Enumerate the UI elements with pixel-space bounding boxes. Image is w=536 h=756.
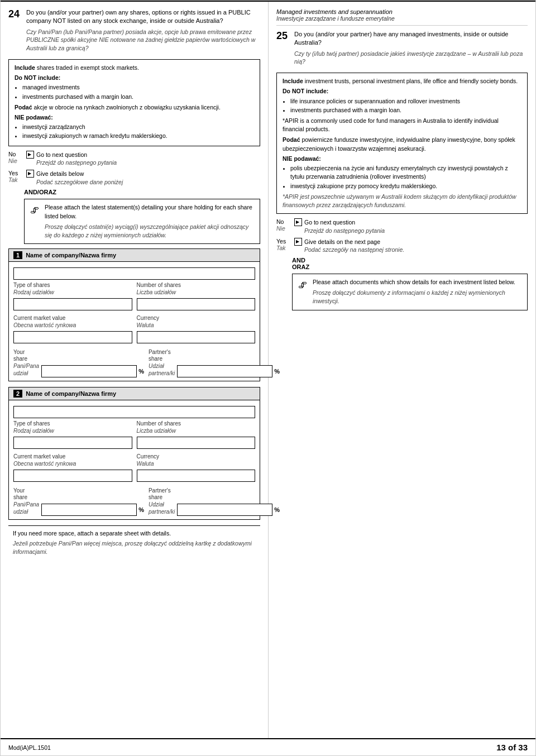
section-1-type-input[interactable] bbox=[13, 298, 132, 310]
s2-num-label-pl: Liczba udziałów bbox=[137, 428, 256, 434]
do-not-list: managed investments investments purchase… bbox=[15, 83, 254, 101]
right-column: Managed investments and superannuation I… bbox=[269, 2, 535, 738]
section-1-body: Type of shares Rodzaj udziałów Number of… bbox=[9, 262, 260, 381]
section-1-partner-share: Partner's share Udział partnera/ki % bbox=[149, 349, 280, 377]
section-2-your-pct-input[interactable] bbox=[41, 504, 137, 516]
cmv-label-en: Current market value bbox=[13, 315, 132, 322]
section-1-company-input[interactable] bbox=[13, 267, 255, 280]
section-2-num-input[interactable] bbox=[137, 437, 256, 449]
your-share-label-block: Your share Pani/Pana udział bbox=[13, 349, 39, 377]
r-podac-text: powiernicze fundusze inwestycyjne, indyw… bbox=[283, 136, 515, 151]
curr-label-en: Currency bbox=[137, 315, 256, 322]
partner-share-sub: partnera/ki bbox=[149, 370, 175, 377]
partner-share-pl: Udział bbox=[149, 363, 175, 370]
section-1-num: 1 bbox=[13, 251, 22, 259]
q24-text-en: Do you (and/or your partner) own any sha… bbox=[26, 8, 260, 26]
no-goto-pl: Przejdź do następnego pytania bbox=[36, 159, 117, 167]
q25-info-box: Include investment trusts, personal inve… bbox=[276, 73, 528, 214]
section-1-your-pct-input[interactable] bbox=[41, 365, 137, 377]
section-1: 1 Name of company/Nazwa firmy Type of sh… bbox=[8, 248, 260, 381]
main-content: 24 Do you (and/or your partner) own any … bbox=[1, 1, 535, 738]
s2-type-label-pl: Rodzaj udziałów bbox=[13, 428, 132, 434]
section-2-partner-pct-input[interactable] bbox=[177, 504, 272, 516]
r-include-line: Include investment trusts, personal inve… bbox=[283, 77, 521, 85]
and-oraz-label: AND/ORAZ bbox=[24, 189, 260, 195]
r-no-goto-pl: Przejdź do następnego pytania bbox=[304, 227, 385, 235]
do-not-include-label: Do NOT include: bbox=[15, 74, 254, 82]
s2-partner-share-input-wrap: % bbox=[177, 504, 280, 516]
attach-text-en: Please attach the latest statement(s) de… bbox=[45, 203, 254, 220]
section-1-partner-pct-input[interactable] bbox=[177, 365, 272, 377]
no-arrow[interactable] bbox=[26, 151, 34, 159]
your-share-input-wrap: % bbox=[41, 365, 144, 377]
r-nie-item-2: inwestycji zakupione przy pomocy kredytu… bbox=[290, 182, 521, 190]
q24-number: 24 bbox=[8, 8, 24, 21]
section-2-company-input[interactable] bbox=[13, 406, 255, 418]
type-label-en: Type of shares bbox=[13, 282, 132, 289]
s2-curr-label-pl: Waluta bbox=[137, 461, 256, 467]
num-en: Number of shares bbox=[137, 282, 181, 288]
yes-arrow[interactable] bbox=[26, 170, 34, 178]
section-2-type-input[interactable] bbox=[13, 437, 132, 449]
yes-label-pl: Tak bbox=[8, 176, 24, 183]
section-2-curr-input[interactable] bbox=[137, 470, 256, 482]
s2-your-share-pl: Pani/Pana bbox=[13, 501, 39, 508]
s2-cmv-label-en: Current market value bbox=[13, 453, 132, 460]
q24-header: 24 Do you (and/or your partner) own any … bbox=[8, 8, 260, 55]
podac-text: akcje w obrocie na rynkach zwolnionych z… bbox=[32, 104, 221, 111]
s2-partner-share-sub: partnera/ki bbox=[149, 509, 175, 515]
nie-podawac-label: NIE podawać: bbox=[15, 113, 254, 122]
q24-text-pl: Czy Pani/Pan (lub Pani/Pana partner) pos… bbox=[26, 28, 260, 52]
r-yes-arrow[interactable] bbox=[294, 238, 302, 246]
section-1-label: Name of company/Nazwa firmy bbox=[26, 252, 116, 259]
section-2-type-col: Type of shares Rodzaj udziałów bbox=[13, 420, 132, 451]
section-2-cmv-col: Current market value Obecna wartość rynk… bbox=[13, 453, 132, 484]
nie-label: NIE podawać: bbox=[15, 114, 53, 121]
your-share-en: Your share bbox=[13, 349, 39, 362]
num-label-en: Number of shares bbox=[137, 282, 256, 289]
r-nie-list: polis ubezpieczenia na życie ani fundusz… bbox=[283, 164, 521, 190]
section-1-curr-input[interactable] bbox=[137, 331, 256, 343]
do-not-item-1: managed investments bbox=[22, 83, 254, 92]
no-goto-en: Go to next question bbox=[36, 151, 117, 159]
q25-text: Do you (and/or your partner) have any ma… bbox=[294, 30, 528, 68]
section-1-num-input[interactable] bbox=[137, 298, 256, 310]
s2-partner-share-pl: Udział bbox=[149, 501, 175, 508]
r-do-not-include-label: Do NOT include: bbox=[283, 87, 521, 95]
no-row: No Nie Go to next question Przejdź do na… bbox=[8, 151, 260, 167]
r-yes-give-en: Give details on the next page bbox=[304, 238, 404, 246]
r-no-arrow[interactable] bbox=[294, 218, 302, 226]
section-2-num-col: Number of shares Liczba udziałów bbox=[137, 420, 256, 451]
footer-note-pl: Jeżeli potrzebuje Pani/Pan więcej miejsc… bbox=[13, 539, 256, 556]
r-apir-note-pl: *APIR jest powszechnie używanym w Austra… bbox=[283, 193, 521, 209]
r-yes-label-pl: Tak bbox=[276, 245, 292, 251]
partner-share-en: Partner's share bbox=[149, 349, 175, 362]
no-label-en: No bbox=[8, 151, 24, 157]
r-no-label-pl: Nie bbox=[276, 225, 292, 232]
section-1-your-share: Your share Pani/Pana udział % bbox=[13, 349, 144, 377]
section-2-label: Name of company/Nazwa firmy bbox=[26, 390, 116, 397]
s2-your-pct-symbol: % bbox=[138, 506, 144, 513]
section-2-row2: Current market value Obecna wartość rynk… bbox=[13, 453, 255, 484]
yes-give-en: Give details below bbox=[36, 170, 123, 178]
s2-partner-share-label-block: Partner's share Udział partnera/ki bbox=[149, 487, 175, 516]
r-include-text: investment trusts, personal investment p… bbox=[303, 78, 518, 84]
r-do-not-list: life insurance policies or superannuatio… bbox=[283, 97, 521, 114]
s2-your-share-input-wrap: % bbox=[41, 504, 144, 516]
section-1-cmv-input[interactable] bbox=[13, 331, 132, 343]
q25-text-en: Do you (and/or your partner) have any ma… bbox=[294, 30, 528, 47]
s2-partner-share-en: Partner's share bbox=[149, 487, 175, 501]
cmv-label-pl: Obecna wartość rynkowa bbox=[13, 322, 132, 329]
section-2-cmv-input[interactable] bbox=[13, 470, 132, 482]
yes-nav-text: Give details below Podać szczegółowe dan… bbox=[36, 170, 123, 186]
section-1-cmv-col: Current market value Obecna wartość rynk… bbox=[13, 315, 132, 346]
include-text: shares traded in exempt stock markets. bbox=[35, 64, 139, 71]
section-2-body: Type of shares Rodzaj udziałów Number of… bbox=[9, 400, 260, 519]
your-share-sub: udział bbox=[13, 370, 39, 377]
r-yes-nav-text: Give details on the next page Podać szcz… bbox=[304, 238, 404, 254]
section-2-num: 2 bbox=[13, 390, 22, 398]
attach-text-pl: Proszę dołączyć ostatni(e) wyciąg(i) wys… bbox=[45, 223, 254, 240]
section-2-share-row: Your share Pani/Pana udział % bbox=[13, 487, 255, 516]
partner-share-input-wrap: % bbox=[177, 365, 280, 377]
r-podac-line: Podać powiernicze fundusze inwestycyjne,… bbox=[283, 136, 521, 152]
